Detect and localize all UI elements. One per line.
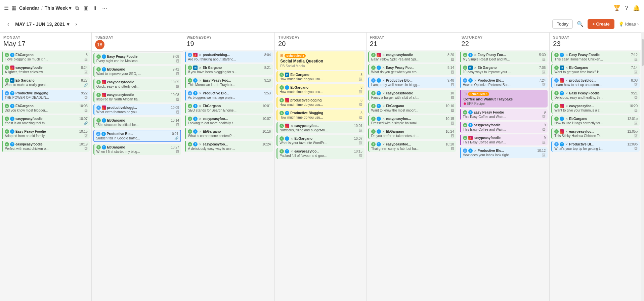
top-nav: ☰ ▦ Calendar / This Week ▾ ⧉ ▣ ⬆ ⋯ 🏆 ? 🔔 [0,0,644,16]
list-item[interactable]: A I ✕ easypeasyfoo... 10:01 Nutritious, … [276,122,364,133]
filter-button[interactable]: ⧉ [74,4,80,12]
scrollbar-track[interactable] [641,32,644,301]
list-item[interactable]: A I productivebloggi... 10:09 What extra… [93,104,181,115]
list-item[interactable]: A T EbGargano 9:42 Want to improve your … [93,66,181,77]
account-name: Easy Peasy Foo... [203,79,263,82]
twitter-icon: T [377,129,381,134]
list-item[interactable]: A in ✕ Eb Gargano 7:06 10 easy ways to i… [460,64,548,75]
list-item[interactable]: A T ✕ Productive Blo... 9:53 As bloggers… [185,90,273,101]
date-range[interactable]: MAY 17 - JUN 13, 2021 ▾ [15,22,69,27]
list-item[interactable]: A T Easy Peasy Foodie 9 This Easy Coffee… [460,109,548,120]
list-item[interactable]: A I productiveblogging 8 How much time d… [276,97,364,108]
list-item[interactable]: A T ✕ easypeasyfoo... 10:28 Thai green c… [368,141,456,152]
list-item[interactable]: A T ✕ EbGargano 10:07 What is your favou… [276,135,364,146]
list-item[interactable]: A I easypeasyfoodie 9 This Easy Coffee a… [460,134,548,145]
list-item[interactable]: A T easypeasyfoodie 10:19 Perfect with r… [2,141,90,152]
list-item[interactable]: A T easypeasyfoodie 9 This Easy Coffee a… [460,122,548,133]
calendar-label[interactable]: Calendar [19,5,39,11]
list-item[interactable]: A T Easy Peasy Foodie 9:08 Every night c… [93,53,181,64]
list-item[interactable]: A T ✕ Easy Peasy Foodie 9:21 Delicious, … [551,90,640,101]
breadcrumb: Calendar / This Week ▾ [19,5,71,11]
list-item[interactable]: A I ✕ productiveblog... 8:08 Learn how t… [551,77,640,88]
list-item[interactable]: A T easypeasyfoodie 10:07 Yoast is an am… [2,115,90,126]
list-item[interactable]: A T Productive Blogging 9:22 THE POWER O… [2,90,90,101]
card-time: 10:15 [354,149,362,153]
list-item[interactable]: A in Eb Gargano 8:27 Want to make a real… [2,77,90,88]
list-item[interactable]: A T ✕ Easy Peasy Foo... 9:14 What do you… [368,64,456,75]
list-item[interactable]: A T ✕ Productive Blo... 10:12 How does y… [460,147,548,158]
list-item[interactable]: A T ✕ Easy Peasy Foo... 5:30 My Simple R… [460,51,548,62]
week-dropdown[interactable]: This Week ▾ [45,5,71,11]
menu-icon[interactable]: ☰ [4,5,9,11]
view-button[interactable]: ▣ [82,4,90,12]
create-button[interactable]: + Create [588,19,614,29]
bell-icon[interactable]: 🔔 [633,4,640,11]
day-number[interactable]: 18 [95,40,104,49]
list-item[interactable]: A T EbGargano 8 I love blogging so much … [2,51,90,62]
list-item[interactable]: A in ✕ Eb Gargano 7:14 Want to get your … [551,64,640,75]
list-item[interactable]: A in Eb Gargano 8 How much time do you u… [276,71,364,82]
card-text: Packed full of flavour and goo... [280,154,359,158]
list-item[interactable]: A I easypeasyfoodie 10:05 Quick, easy an… [93,79,181,90]
account-avatar: A [280,124,284,128]
list-item[interactable]: A T ✕ Productive Blo... 9:48 I am pretty… [368,77,456,88]
twitter-icon: T [377,66,381,70]
trophy-icon[interactable]: 🏆 [613,4,620,11]
list-item[interactable]: A T ✕ Easy Peasy Foo... 9:10 This Morocc… [185,77,273,88]
list-item[interactable]: A I ✕ easypeasyfoo... 10:20 Want to give… [551,102,640,114]
list-item[interactable]: A I easypeasyfoodie 8:24 A lighter, fres… [2,64,90,75]
linkedin-icon: in [285,73,289,77]
list-item[interactable]: A T EbGargano 8 How much time do you usu… [276,84,364,95]
list-item[interactable]: A T ✕ easypeasyfoo... 10:07 Looking to e… [185,115,273,126]
more-button[interactable]: ⋯ [101,4,109,12]
list-item[interactable]: A T Productive Blo... 10:21 Sudden fall … [93,130,181,142]
list-item[interactable]: A T ✕ Productive Bl... 12:09p What's you… [551,141,640,152]
ideas-button[interactable]: 💡 Ideas › [618,22,639,27]
list-item[interactable]: A T ✕ easypeasyfoodie 10 Fancy a burger … [368,90,456,101]
list-item[interactable]: A T ✕ EbGargano 12:01p How to use H tags… [551,115,640,126]
x-icon: ✕ [382,117,385,121]
search-button[interactable]: 🔍 [577,21,584,27]
list-item[interactable]: A T Productive Blogging 8 How much time … [276,110,364,121]
list-item[interactable]: A T ✕ EbGargano 10:24 Do you prefer to t… [368,128,456,139]
account-avatar: A [5,129,9,134]
list-item[interactable]: A I easypeasyfoodie 10:08 Inspired by No… [93,91,181,102]
image-icon: 🖼 [634,147,638,150]
list-item[interactable]: A I ✕ easypeasyfoodie 8:20 Easy Yellow S… [368,51,456,62]
list-item[interactable]: A T ✕ easypeasyfoo... 10:15 Packed full … [276,148,364,159]
card-text: Adapted from an old family ... [5,134,84,138]
share-button[interactable]: ⬆ [92,4,99,12]
card-time: 10:24 [262,142,271,146]
help-icon[interactable]: ? [625,5,628,11]
campaign-card-purple[interactable]: ⊞ Scheduled 8 Coffee and Walnut Traybake… [460,90,548,108]
list-item[interactable]: A T ✕ EbGargano 10:01 SEO stands for Sea… [185,102,273,114]
list-item[interactable]: A T EbGargano 10:14 "Site structure is c… [93,117,181,128]
list-item[interactable]: A I ✕ easypeasyfoo... 12:05p This Sticky… [551,128,640,139]
list-item[interactable]: A in ✕ Eb Gargano 8:21 If you have been … [185,64,273,75]
account-avatar: A [96,118,101,123]
list-item[interactable]: A T ✕ EbGargano 10:16 What is cornerston… [185,128,273,139]
list-item[interactable]: A T ✕ easypeasyfoo... 10:24 A deliciousl… [185,141,273,152]
account-avatar: A [5,66,9,70]
image-icon: 🖼 [359,116,362,119]
campaign-card-yellow[interactable]: ⊞ Scheduled 8 Social Media Question PB S… [276,51,364,70]
list-item[interactable]: A I ✕ productiveblog... 8:04 Are you thi… [185,51,273,62]
list-item[interactable]: A T ✕ easypeasyfoo... 10:15 Dressed with… [368,115,456,126]
list-item[interactable]: A T EbGargano 10:03 Did you know most bl… [2,102,90,114]
account-avatar: A [188,129,192,134]
day-header-thursday: THURSDAY20 [275,33,366,50]
list-item[interactable]: A T ✕ Easy Peasy Foodie 7:12 This easy H… [551,51,640,62]
list-item[interactable]: A T ✕ EbGargano 10:10 Want to know the m… [368,102,456,114]
day-column-thursday: THURSDAY20 ⊞ Scheduled 8 Social Media Qu… [275,33,367,301]
list-item[interactable]: A T EbGargano 10:27 When I first started… [93,144,181,155]
scrollbar-thumb[interactable] [642,39,644,66]
account-name: easypeasyfoo... [569,104,628,108]
list-item[interactable]: A T ✕ Productive Blo... 7:24 How to Opti… [460,77,548,88]
today-button[interactable]: Today [552,19,573,29]
list-item[interactable]: A T Easy Peasy Foodie 10:15 Adapted from… [2,128,90,139]
next-date-button[interactable]: › [73,20,79,29]
card-text: THE POWER OF DEADLIN... [5,96,84,99]
x-icon: ✕ [565,92,568,95]
prev-date-button[interactable]: ‹ [5,20,11,29]
card-text: A lighter, fresher coleslaw.... [5,70,84,74]
